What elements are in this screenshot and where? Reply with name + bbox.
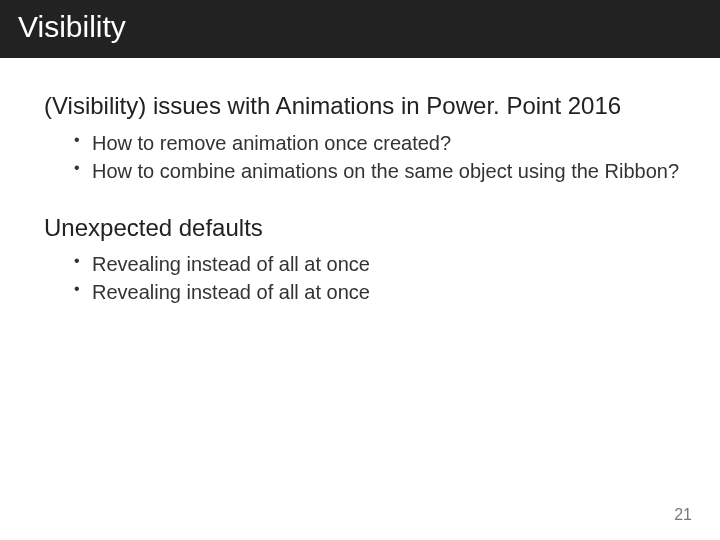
- bullet-item: How to combine animations on the same ob…: [74, 158, 680, 184]
- bullet-item: Revealing instead of all at once: [74, 251, 680, 277]
- slide-title-bar: Visibility: [0, 0, 720, 58]
- slide-title: Visibility: [18, 10, 126, 43]
- bullet-list-2: Revealing instead of all at once Reveali…: [74, 251, 680, 305]
- section-heading-1: (Visibility) issues with Animations in P…: [44, 92, 680, 120]
- slide: Visibility (Visibility) issues with Anim…: [0, 0, 720, 540]
- slide-body: (Visibility) issues with Animations in P…: [0, 58, 720, 305]
- bullet-item: How to remove animation once created?: [74, 130, 680, 156]
- bullet-item: Revealing instead of all at once: [74, 279, 680, 305]
- bullet-list-1: How to remove animation once created? Ho…: [74, 130, 680, 184]
- page-number: 21: [674, 506, 692, 524]
- section-heading-2: Unexpected defaults: [44, 214, 680, 242]
